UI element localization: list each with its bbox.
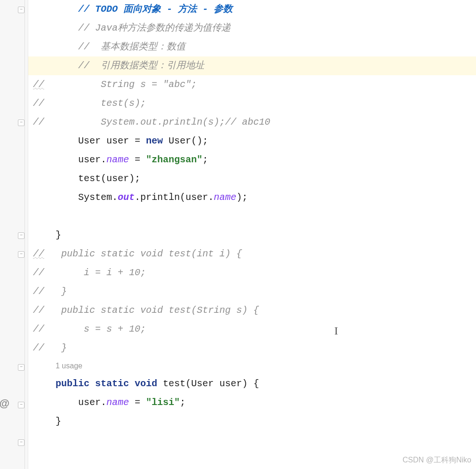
comment: System.out.println(s);// abc10 [44,117,270,127]
comment-prefix: // [33,248,44,259]
comment: test(s); [44,98,146,109]
code-line[interactable]: // Java种方法参数的传递为值传递 [28,19,476,38]
comment: } [44,342,67,353]
code-text: User user = [78,135,146,146]
keyword-static: static [95,378,129,389]
code-text: User(); [163,135,208,146]
watermark-text: CSDN @工科狗Niko [403,455,471,465]
comment-prefix: // [33,79,44,90]
brace-close: } [56,230,61,240]
indent [33,4,78,15]
comment-prefix: // [33,267,44,278]
code-line[interactable]: // TODO 面向对象 - 方法 - 参数 [28,0,476,19]
code-text: test(user); [78,173,140,184]
indent [33,360,56,371]
fold-toggle-icon[interactable]: − [18,119,24,126]
indent [33,23,78,33]
code-line[interactable]: } [28,226,476,245]
indent [33,416,56,427]
code-text: = [129,397,146,408]
field-name: name [106,154,129,165]
indent [33,41,78,52]
code-line[interactable]: // s = s + 10; [28,320,476,339]
comment: public static void test(int i) { [44,248,242,259]
indent [33,397,78,408]
fold-guide-line [24,0,25,469]
method-signature: test(User user) { [157,378,259,389]
comment: // Java种方法参数的传递为值传递 [78,23,231,33]
code-text: = [129,154,146,165]
code-line[interactable]: // System.out.println(s);// abc10 [28,113,476,132]
code-line[interactable]: user.name = "zhangsan"; [28,151,476,169]
code-line[interactable]: // } [28,339,476,358]
code-line[interactable]: System.out.println(user.name); [28,188,476,207]
code-text: .println(user. [135,192,214,203]
code-line[interactable]: // String s = "abc"; [28,75,476,94]
indent [33,60,78,71]
comment: s = s + 10; [44,324,146,334]
code-text: System. [78,192,118,203]
fold-toggle-icon[interactable]: − [18,402,24,408]
comment-prefix: // [33,98,44,109]
comment-prefix: // [33,117,44,127]
code-line[interactable]: // public static void test(int i) { [28,245,476,263]
code-line[interactable]: User user = new User(); [28,132,476,151]
code-line-blank[interactable] [28,207,476,226]
brace-close: } [56,416,61,427]
code-editor[interactable]: // TODO 面向对象 - 方法 - 参数 // Java种方法参数的传递为值… [28,0,476,469]
static-field-out: out [118,192,135,203]
fold-toggle-icon[interactable]: − [18,364,24,371]
indent [33,378,56,389]
comment-prefix: // [33,342,44,353]
fold-toggle-icon[interactable]: − [18,439,24,446]
code-line[interactable]: // test(s); [28,94,476,113]
indent [33,230,56,240]
comment: public static void test(String s) { [44,305,259,316]
field-name: name [106,397,129,408]
code-text: ; [180,397,186,408]
code-line-highlighted[interactable]: // 引用数据类型：引用地址 [28,56,476,75]
code-text: ); [236,192,248,203]
indent [33,154,78,165]
field-name: name [214,192,236,203]
code-text: user. [78,397,106,408]
code-text: ; [202,154,208,165]
comment-prefix: // [33,324,44,334]
comment: // 引用数据类型：引用地址 [78,60,204,71]
code-line[interactable]: user.name = "lisi"; [28,393,476,412]
code-line[interactable]: // public static void test(String s) { [28,301,476,320]
code-line[interactable]: } [28,412,476,431]
fold-toggle-icon[interactable]: − [18,7,24,13]
comment-prefix: // [33,286,44,297]
comment: } [44,286,67,297]
string-literal: "lisi" [146,397,180,408]
string-literal: "zhangsan" [146,154,202,165]
editor-gutter: − − − − − @ − − [0,0,28,469]
comment: String s = "abc"; [44,79,197,90]
indent [33,192,78,203]
fold-toggle-icon[interactable]: − [18,232,24,239]
keyword-void: void [135,378,157,389]
usage-hint[interactable]: 1 usage [56,362,82,370]
keyword-public: public [56,378,89,389]
fold-toggle-icon[interactable]: − [18,251,24,258]
keyword-new: new [146,135,163,146]
todo-comment: // TODO 面向对象 - 方法 - 参数 [78,4,233,15]
usage-hint-line[interactable]: 1 usage [28,358,476,374]
code-text: user. [78,154,106,165]
code-line[interactable]: // 基本数据类型：数值 [28,38,476,56]
code-line[interactable]: test(user); [28,169,476,188]
override-icon[interactable]: @ [0,398,10,410]
code-line[interactable]: // i = i + 10; [28,263,476,282]
comment-prefix: // [33,305,44,316]
code-line[interactable]: // } [28,282,476,301]
comment: i = i + 10; [44,267,146,278]
indent [33,173,78,184]
code-line[interactable]: public static void test(User user) { [28,374,476,393]
indent [33,135,78,146]
comment: // 基本数据类型：数值 [78,41,186,52]
